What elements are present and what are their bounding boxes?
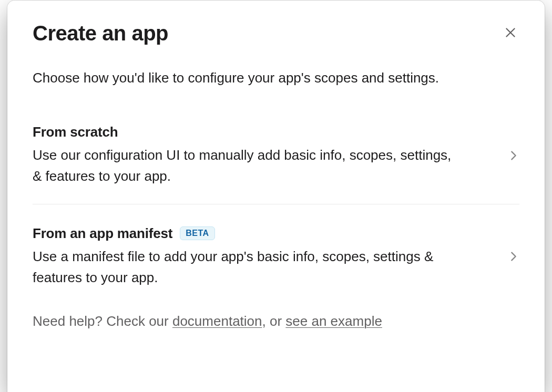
option-title: From scratch	[33, 124, 118, 140]
option-from-scratch[interactable]: From scratch Use our configuration UI to…	[33, 124, 519, 204]
option-title-row: From an app manifest BETA	[33, 225, 495, 242]
chevron-right-icon	[508, 251, 519, 262]
beta-badge: BETA	[180, 226, 214, 240]
chevron-right-icon	[508, 150, 519, 161]
option-description: Use a manifest file to add your app's ba…	[33, 246, 453, 288]
help-prefix: Need help? Check our	[33, 313, 172, 329]
help-text: Need help? Check our documentation, or s…	[33, 311, 519, 332]
option-content: From scratch Use our configuration UI to…	[33, 124, 495, 187]
option-list: From scratch Use our configuration UI to…	[33, 124, 519, 332]
see-example-link[interactable]: see an example	[285, 313, 382, 329]
close-button[interactable]	[502, 24, 519, 42]
help-middle: , or	[262, 313, 286, 329]
modal-header: Create an app	[33, 20, 519, 46]
modal-subtitle: Choose how you'd like to configure your …	[33, 68, 519, 88]
option-content: From an app manifest BETA Use a manifest…	[33, 225, 495, 288]
close-icon	[504, 26, 517, 39]
option-from-manifest[interactable]: From an app manifest BETA Use a manifest…	[33, 225, 519, 305]
documentation-link[interactable]: documentation	[172, 313, 262, 329]
option-title: From an app manifest	[33, 225, 172, 242]
create-app-modal: Create an app Choose how you'd like to c…	[7, 1, 545, 392]
modal-title: Create an app	[33, 20, 168, 46]
option-title-row: From scratch	[33, 124, 495, 140]
option-description: Use our configuration UI to manually add…	[33, 145, 453, 187]
